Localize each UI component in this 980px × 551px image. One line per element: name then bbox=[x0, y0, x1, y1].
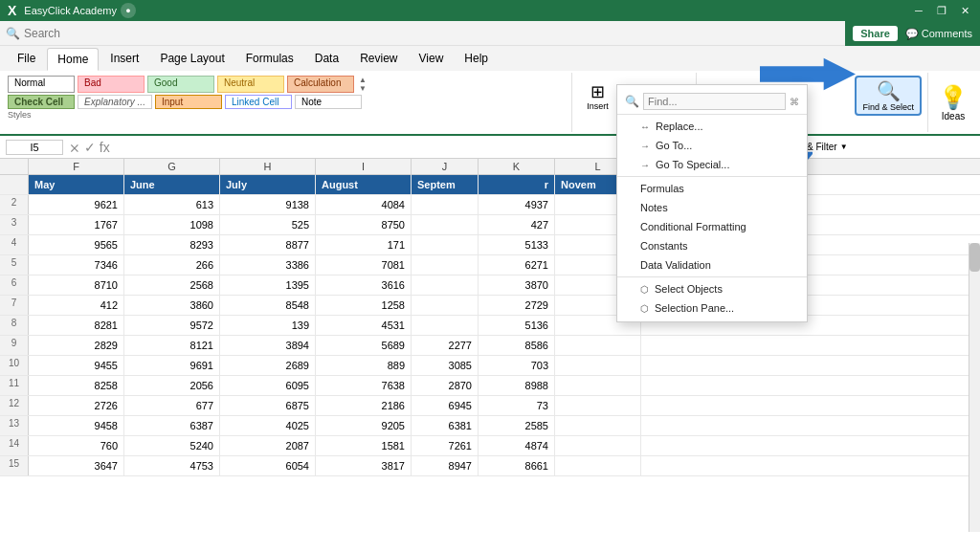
tab-data[interactable]: Data bbox=[305, 48, 348, 71]
menu-item-replace[interactable]: ↔ Replace... bbox=[617, 117, 807, 136]
table-cell[interactable]: 6381 bbox=[412, 416, 479, 435]
table-cell[interactable] bbox=[555, 396, 641, 415]
table-cell[interactable]: 9138 bbox=[220, 195, 316, 214]
table-cell[interactable]: 8877 bbox=[220, 235, 316, 254]
table-cell[interactable]: 2829 bbox=[29, 336, 124, 355]
menu-item-conditional-formatting[interactable]: Conditional Formatting bbox=[617, 217, 807, 236]
table-cell[interactable]: 3894 bbox=[220, 336, 316, 355]
table-cell[interactable]: 9691 bbox=[124, 356, 220, 375]
menu-item-select-objects[interactable]: ⬡ Select Objects bbox=[617, 279, 807, 298]
table-cell[interactable]: 8661 bbox=[479, 456, 555, 475]
menu-item-selection-pane[interactable]: ⬡ Selection Pane... bbox=[617, 298, 807, 318]
table-cell[interactable]: 8710 bbox=[29, 276, 124, 295]
style-linked-cell[interactable]: Linked Cell bbox=[225, 95, 292, 109]
table-cell[interactable] bbox=[555, 376, 641, 395]
table-cell[interactable]: 2186 bbox=[316, 396, 412, 415]
table-cell[interactable]: 3860 bbox=[124, 296, 220, 315]
share-button[interactable]: Share bbox=[853, 26, 898, 41]
table-cell[interactable]: 3817 bbox=[316, 456, 412, 475]
table-cell[interactable]: 9565 bbox=[29, 235, 124, 254]
table-cell[interactable]: 8947 bbox=[412, 456, 479, 475]
table-cell[interactable]: 4874 bbox=[479, 436, 555, 455]
ideas-button[interactable]: 💡 Ideas bbox=[930, 73, 976, 132]
scroll-thumb[interactable] bbox=[969, 243, 980, 272]
table-cell[interactable]: 3085 bbox=[412, 356, 479, 375]
table-cell[interactable]: 266 bbox=[124, 255, 220, 275]
table-cell[interactable]: 73 bbox=[479, 396, 555, 415]
table-cell[interactable] bbox=[412, 296, 479, 315]
table-cell[interactable]: 8258 bbox=[29, 376, 124, 395]
table-cell[interactable]: 2056 bbox=[124, 376, 220, 395]
style-explanatory[interactable]: Explanatory ... bbox=[78, 95, 152, 109]
table-cell[interactable]: 8750 bbox=[316, 215, 412, 234]
style-good[interactable]: Good bbox=[147, 76, 214, 93]
tab-insert[interactable]: Insert bbox=[100, 48, 148, 71]
table-cell[interactable]: 9621 bbox=[29, 195, 124, 214]
table-cell[interactable]: 5136 bbox=[479, 316, 555, 335]
tab-review[interactable]: Review bbox=[350, 48, 407, 71]
table-cell[interactable]: 6095 bbox=[220, 376, 316, 395]
table-cell[interactable]: 412 bbox=[29, 296, 124, 315]
table-cell[interactable]: 2870 bbox=[412, 376, 479, 395]
table-cell[interactable]: 8988 bbox=[479, 376, 555, 395]
search-input[interactable] bbox=[24, 27, 974, 40]
table-cell[interactable]: 6945 bbox=[412, 396, 479, 415]
restore-button[interactable]: ❐ bbox=[934, 3, 949, 18]
table-cell[interactable]: 3386 bbox=[220, 255, 316, 275]
table-cell[interactable]: 1098 bbox=[124, 215, 220, 234]
style-bad[interactable]: Bad bbox=[78, 76, 145, 93]
dropdown-search-input[interactable] bbox=[643, 93, 786, 110]
table-cell[interactable] bbox=[412, 255, 479, 275]
style-neutral[interactable]: Neutral bbox=[217, 76, 284, 93]
menu-item-notes[interactable]: Notes bbox=[617, 198, 807, 217]
table-cell[interactable] bbox=[412, 276, 479, 295]
table-cell[interactable]: 4753 bbox=[124, 456, 220, 475]
minimize-button[interactable]: ─ bbox=[911, 3, 926, 18]
table-cell[interactable] bbox=[555, 336, 641, 355]
table-cell[interactable]: 525 bbox=[220, 215, 316, 234]
insert-button[interactable]: ⊞ Insert bbox=[580, 80, 614, 114]
table-cell[interactable]: 2277 bbox=[412, 336, 479, 355]
table-cell[interactable]: 8293 bbox=[124, 235, 220, 254]
close-button[interactable]: ✕ bbox=[957, 3, 972, 18]
table-cell[interactable]: 3870 bbox=[479, 276, 555, 295]
menu-item-goto[interactable]: → Go To... bbox=[617, 136, 807, 155]
table-cell[interactable]: 5240 bbox=[124, 436, 220, 455]
table-cell[interactable] bbox=[555, 416, 641, 435]
table-cell[interactable]: 4937 bbox=[479, 195, 555, 214]
table-cell[interactable] bbox=[412, 316, 479, 335]
style-check-cell[interactable]: Check Cell bbox=[8, 95, 75, 109]
table-cell[interactable]: 7081 bbox=[316, 255, 412, 275]
table-cell[interactable]: 8548 bbox=[220, 296, 316, 315]
tab-help[interactable]: Help bbox=[455, 48, 498, 71]
table-cell[interactable]: 9455 bbox=[29, 356, 124, 375]
style-input[interactable]: Input bbox=[155, 95, 222, 109]
table-cell[interactable]: 427 bbox=[479, 215, 555, 234]
table-cell[interactable]: 139 bbox=[220, 316, 316, 335]
table-cell[interactable]: 6387 bbox=[124, 416, 220, 435]
menu-item-data-validation[interactable]: Data Validation bbox=[617, 255, 807, 275]
table-cell[interactable]: 613 bbox=[124, 195, 220, 214]
table-cell[interactable]: 5689 bbox=[316, 336, 412, 355]
table-cell[interactable]: 9572 bbox=[124, 316, 220, 335]
table-cell[interactable]: 9205 bbox=[316, 416, 412, 435]
tab-page-layout[interactable]: Page Layout bbox=[150, 48, 234, 71]
table-cell[interactable]: 677 bbox=[124, 396, 220, 415]
table-cell[interactable]: 6054 bbox=[220, 456, 316, 475]
table-cell[interactable]: 8281 bbox=[29, 316, 124, 335]
table-cell[interactable] bbox=[555, 356, 641, 375]
table-cell[interactable] bbox=[555, 456, 641, 475]
style-calculation[interactable]: Calculation bbox=[287, 76, 354, 93]
table-cell[interactable]: 5133 bbox=[479, 235, 555, 254]
table-cell[interactable]: 8586 bbox=[479, 336, 555, 355]
table-cell[interactable]: 2568 bbox=[124, 276, 220, 295]
tab-home[interactable]: Home bbox=[47, 48, 99, 71]
table-cell[interactable] bbox=[555, 436, 641, 455]
table-cell[interactable]: 2726 bbox=[29, 396, 124, 415]
table-cell[interactable]: 1258 bbox=[316, 296, 412, 315]
table-cell[interactable]: 8121 bbox=[124, 336, 220, 355]
table-cell[interactable]: 7261 bbox=[412, 436, 479, 455]
table-cell[interactable]: 1767 bbox=[29, 215, 124, 234]
table-cell[interactable]: 4025 bbox=[220, 416, 316, 435]
table-cell[interactable]: 7638 bbox=[316, 376, 412, 395]
